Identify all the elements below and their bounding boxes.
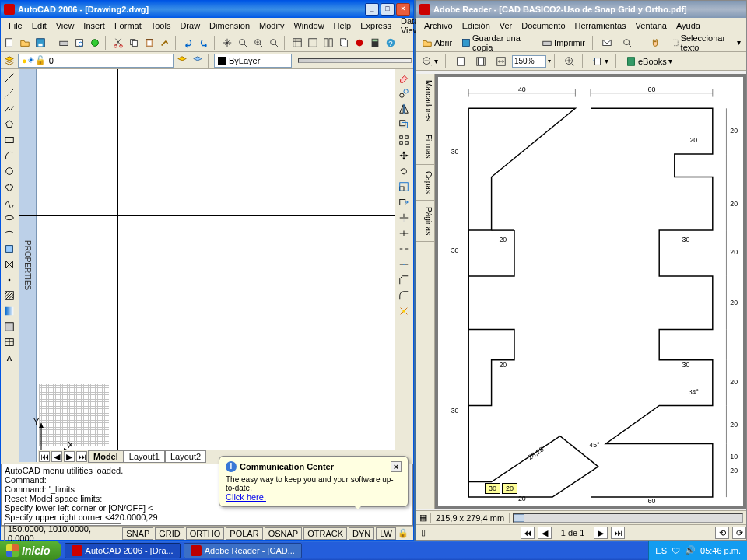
color-combo[interactable]: ByLayer [214,54,292,68]
fillet-button[interactable] [397,289,411,303]
lock-icon[interactable]: 🔒 [397,527,410,541]
layer-manager-button[interactable] [2,54,16,68]
zoom-input[interactable] [512,55,546,68]
array-button[interactable] [397,133,411,147]
menu-format[interactable]: Format [110,19,146,32]
tool-palettes-button[interactable] [321,36,335,50]
table-button[interactable] [2,335,16,349]
maximize-button[interactable]: □ [381,3,395,16]
page-layout-icon[interactable]: ▦ [416,511,430,525]
copy-button[interactable] [127,36,141,50]
copy-obj-button[interactable] [397,86,411,100]
scale-button[interactable] [397,180,411,194]
tray-icon[interactable]: 🔊 [685,545,696,555]
mirror-button[interactable] [397,102,411,116]
hand-tool-button[interactable] [646,36,665,50]
spline-button[interactable] [2,195,16,209]
next-page-button[interactable]: ▶ [594,527,608,539]
rectangle-button[interactable] [2,133,16,147]
menu-edit[interactable]: Edit [27,19,51,32]
start-button[interactable]: Inicio [0,541,61,560]
ortho-toggle[interactable]: ORTHO [186,527,225,540]
menu-file[interactable]: File [4,19,27,32]
minimize-button[interactable]: _ [365,3,379,16]
make-block-button[interactable] [2,257,16,271]
line-button[interactable] [2,71,16,85]
menu-ver[interactable]: Ver [495,19,517,32]
pan-button[interactable] [220,36,234,50]
hscrollbar[interactable] [513,513,743,523]
design-center-button[interactable] [306,36,320,50]
help-button[interactable]: ? [384,36,398,50]
chamfer-button[interactable] [397,273,411,287]
lw-toggle[interactable]: LW [376,527,396,540]
ellipse-arc-button[interactable] [2,226,16,240]
osnap-toggle[interactable]: OSNAP [265,527,303,540]
properties-button[interactable] [290,36,304,50]
cut-button[interactable] [111,36,125,50]
zoom-previous-button[interactable] [267,36,281,50]
plot-preview-button[interactable] [72,36,86,50]
menu-draw[interactable]: Draw [175,19,205,32]
undo-button[interactable] [181,36,195,50]
point-button[interactable] [2,273,16,287]
select-text-button[interactable]: ISeleccionar texto▾ [666,36,745,50]
calc-button[interactable] [368,36,382,50]
menu-ayuda[interactable]: Ayuda [672,19,705,32]
tab-prev-button[interactable]: ◀ [51,451,62,462]
xline-button[interactable] [2,86,16,100]
drawing-canvas[interactable]: PROPERTIES Y X [19,69,395,462]
single-page-icon[interactable]: ▯ [416,526,430,540]
snap-toggle[interactable]: SNAP [122,527,153,540]
last-page-button[interactable]: ⏭ [611,527,625,539]
menu-insert[interactable]: Insert [79,19,110,32]
sheet-set-button[interactable] [337,36,351,50]
zoom-realtime-button[interactable] [236,36,250,50]
tab-last-button[interactable]: ⏭ [76,451,87,462]
menu-dimension[interactable]: Dimension [205,19,254,32]
arc-button[interactable] [2,149,16,163]
clock[interactable]: 05:46 p.m. [700,546,741,555]
layer-combo[interactable]: ●☀🔓 0 [18,54,174,68]
menu-window[interactable]: Window [289,19,328,32]
menu-tools[interactable]: Tools [146,19,176,32]
tab-capas[interactable]: Capas [416,165,434,201]
zoom-in-button[interactable] [560,54,579,68]
plot-button[interactable] [57,36,71,50]
menu-express[interactable]: Express [356,19,396,32]
join-button[interactable] [397,257,411,271]
properties-palette-tab[interactable]: PROPERTIES [19,69,37,462]
actual-size-button[interactable] [451,54,470,68]
zoom-out-button[interactable]: ▾ [418,54,442,68]
move-button[interactable] [397,149,411,163]
revcloud-button[interactable] [2,180,16,194]
language-indicator[interactable]: ES [655,546,667,555]
pdf-document-view[interactable]: 40 60 20 20 20 20 20 20 20 10 [435,74,746,509]
erase-button[interactable] [397,71,411,85]
circle-button[interactable] [2,164,16,178]
save-copy-button[interactable]: Guardar una copia [458,36,536,50]
paste-button[interactable] [142,36,156,50]
tab-marcadores[interactable]: Marcadores [416,74,434,128]
tray-icon[interactable]: 🛡 [672,546,680,555]
tab-next-button[interactable]: ▶ [64,451,75,462]
email-button[interactable] [598,36,616,50]
polar-toggle[interactable]: POLAR [226,527,262,540]
first-page-button[interactable]: ⏮ [521,527,535,539]
balloon-close-button[interactable]: × [391,461,402,472]
polyline-button[interactable] [2,102,16,116]
tab-layout2[interactable]: Layout2 [165,450,206,463]
tab-first-button[interactable]: ⏮ [39,451,50,462]
taskbar-autocad-button[interactable]: AutoCAD 2006 - [Dra... [65,543,181,558]
insert-block-button[interactable] [2,242,16,256]
otrack-toggle[interactable]: OTRACK [303,527,347,540]
zoom-window-button[interactable] [251,36,265,50]
menu-modify[interactable]: Modify [254,19,289,32]
fit-page-button[interactable] [472,54,490,68]
tab-firmas[interactable]: Firmas [416,128,434,166]
menu-ventana[interactable]: Ventana [631,19,672,32]
balloon-link[interactable]: Click here. [226,492,266,502]
tab-layout1[interactable]: Layout1 [124,450,165,463]
gradient-button[interactable] [2,304,16,318]
print-button[interactable]: Imprimir [538,36,589,50]
